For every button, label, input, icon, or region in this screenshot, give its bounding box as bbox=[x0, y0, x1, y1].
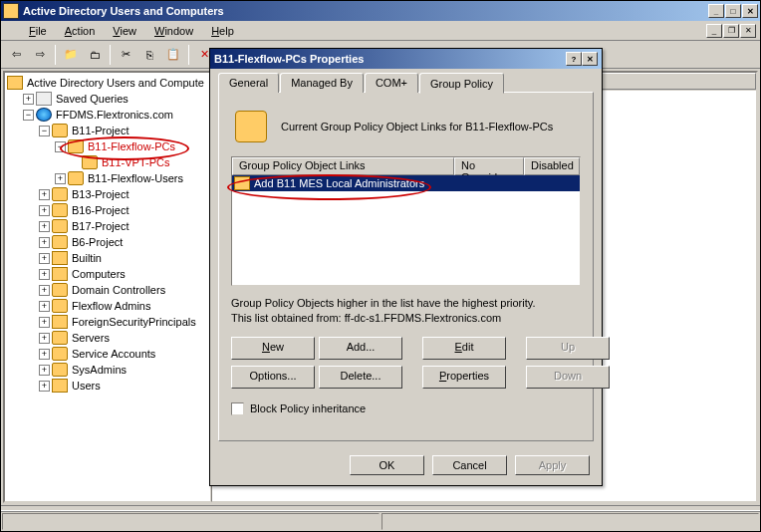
menu-action[interactable]: Action bbox=[57, 23, 104, 39]
tab-managed-by[interactable]: Managed By bbox=[280, 73, 364, 93]
dialog-title: B11-Flexflow-PCs Properties bbox=[214, 53, 566, 65]
tree-computers[interactable]: +Computers bbox=[39, 266, 208, 282]
window-title: Active Directory Users and Computers bbox=[23, 5, 708, 17]
maximize-button[interactable]: □ bbox=[725, 4, 741, 18]
menu-file[interactable]: File bbox=[21, 23, 55, 39]
window-controls: _ □ ✕ bbox=[708, 4, 758, 18]
tree-b17-project[interactable]: +B17-Project bbox=[39, 218, 208, 234]
expander-icon[interactable]: + bbox=[39, 317, 50, 328]
tree-sysadmins[interactable]: +SysAdmins bbox=[39, 362, 208, 378]
gpo-list-body: Add B11 MES Local Administrators bbox=[232, 175, 580, 285]
block-inheritance-row[interactable]: Block Policy inheritance bbox=[231, 402, 581, 415]
menu-view[interactable]: View bbox=[105, 23, 144, 39]
copy-button[interactable]: ⎘ bbox=[138, 44, 160, 66]
close-button[interactable]: ✕ bbox=[742, 4, 758, 18]
show-hide-button[interactable]: 🗀 bbox=[84, 44, 106, 66]
expander-icon[interactable]: + bbox=[39, 301, 50, 312]
up-button: Up bbox=[526, 337, 610, 360]
delete-button[interactable]: Delete... bbox=[319, 366, 402, 389]
expander-icon[interactable]: − bbox=[23, 110, 34, 121]
expander-icon[interactable]: + bbox=[55, 173, 66, 184]
paste-button[interactable]: 📋 bbox=[162, 44, 184, 66]
mdi-close-button[interactable]: ✕ bbox=[740, 24, 756, 38]
expander-icon[interactable]: − bbox=[39, 126, 50, 136]
tree-builtin[interactable]: +Builtin bbox=[39, 250, 208, 266]
tree-fsp[interactable]: +ForeignSecurityPrincipals bbox=[39, 314, 208, 330]
menu-help[interactable]: Help bbox=[203, 23, 242, 39]
expander-icon[interactable]: + bbox=[39, 349, 50, 360]
ou-icon bbox=[52, 124, 68, 137]
cut-button[interactable]: ✂ bbox=[115, 44, 136, 66]
tree-b11-flexflow-users[interactable]: + B11-Flexflow-Users bbox=[55, 170, 208, 186]
menu-window[interactable]: Window bbox=[146, 23, 201, 39]
tree-domain[interactable]: − FFDMS.Flextronics.com bbox=[23, 107, 208, 123]
ok-button[interactable]: OK bbox=[350, 455, 424, 475]
tree-servers[interactable]: +Servers bbox=[39, 330, 208, 346]
add-button[interactable]: Add... bbox=[319, 337, 402, 360]
col-gpo-links[interactable]: Group Policy Object Links bbox=[232, 157, 454, 175]
new-button[interactable]: New bbox=[231, 337, 315, 360]
minimize-button[interactable]: _ bbox=[708, 4, 724, 18]
dialog-titlebar: B11-Flexflow-PCs Properties ? ✕ bbox=[210, 49, 602, 69]
expander-icon[interactable]: + bbox=[39, 381, 50, 392]
tree-domain-controllers[interactable]: +Domain Controllers bbox=[39, 282, 208, 298]
cancel-button[interactable]: Cancel bbox=[432, 455, 507, 475]
expander-icon[interactable]: − bbox=[55, 141, 66, 152]
ou-icon bbox=[52, 299, 68, 313]
ou-icon bbox=[68, 171, 84, 185]
tab-complus[interactable]: COM+ bbox=[365, 73, 418, 93]
tree-b16-project[interactable]: +B16-Project bbox=[39, 202, 208, 218]
tree-b13-project[interactable]: +B13-Project bbox=[39, 186, 208, 202]
block-inheritance-checkbox[interactable] bbox=[231, 402, 244, 415]
expander-icon[interactable]: + bbox=[39, 269, 50, 280]
col-no-override[interactable]: No Override bbox=[454, 157, 524, 175]
tree-saved-queries[interactable]: + Saved Queries bbox=[23, 91, 208, 107]
button-grid: New Add... Edit Up Options... Delete... … bbox=[231, 337, 581, 389]
gpo-list-header: Group Policy Object Links No Override Di… bbox=[232, 157, 580, 175]
down-button: Down bbox=[526, 366, 610, 389]
domain-icon bbox=[36, 108, 52, 122]
status-cell bbox=[381, 513, 759, 530]
expander-icon[interactable]: + bbox=[23, 94, 34, 105]
priority-text: Group Policy Objects higher in the list … bbox=[231, 296, 581, 327]
tree-flexflow-admins[interactable]: +Flexflow Admins bbox=[39, 298, 208, 314]
dialog-close-button[interactable]: ✕ bbox=[582, 52, 598, 66]
back-button[interactable]: ⇦ bbox=[5, 44, 27, 66]
titlebar: Active Directory Users and Computers _ □… bbox=[1, 1, 760, 21]
options-button[interactable]: Options... bbox=[231, 366, 315, 389]
ou-icon bbox=[82, 155, 98, 169]
folder-icon bbox=[52, 267, 68, 281]
expander-icon[interactable]: + bbox=[39, 237, 50, 248]
tree-b11-flexflow-pcs[interactable]: − B11-Flexflow-PCs bbox=[55, 138, 208, 154]
tab-group-policy[interactable]: Group Policy bbox=[419, 73, 504, 94]
tree-users[interactable]: +Users bbox=[39, 378, 208, 394]
expander-icon[interactable]: + bbox=[39, 333, 50, 344]
expander-icon[interactable]: + bbox=[39, 221, 50, 232]
expander-icon[interactable]: + bbox=[39, 285, 50, 296]
properties-button[interactable]: Properties bbox=[422, 366, 506, 389]
tree-b11-vpt-pcs[interactable]: B11-VPT-PCs bbox=[71, 154, 208, 170]
tree-b6-project[interactable]: +B6-Project bbox=[39, 234, 208, 250]
gpo-links-list[interactable]: Group Policy Object Links No Override Di… bbox=[231, 156, 581, 286]
edit-button[interactable]: Edit bbox=[422, 337, 506, 360]
aduc-icon bbox=[7, 76, 23, 90]
mdi-restore-button[interactable]: ❐ bbox=[723, 24, 739, 38]
tab-general[interactable]: General bbox=[218, 73, 279, 93]
mdi-minimize-button[interactable]: _ bbox=[706, 24, 722, 38]
expander-icon[interactable]: + bbox=[39, 205, 50, 216]
expander-icon[interactable]: + bbox=[39, 365, 50, 376]
up-button[interactable]: 📁 bbox=[60, 44, 82, 66]
col-disabled[interactable]: Disabled bbox=[524, 157, 580, 175]
gpo-icon bbox=[235, 111, 267, 142]
tree-panel[interactable]: Active Directory Users and Compute + Sav… bbox=[4, 72, 211, 502]
tree-b11-project[interactable]: − B11-Project bbox=[39, 123, 208, 138]
expander-icon[interactable]: + bbox=[39, 189, 50, 200]
folder-icon bbox=[36, 92, 52, 106]
gpo-link-item[interactable]: Add B11 MES Local Administrators bbox=[232, 175, 580, 191]
forward-button[interactable]: ⇨ bbox=[29, 44, 51, 66]
tree-service-accounts[interactable]: +Service Accounts bbox=[39, 346, 208, 362]
tab-strip: General Managed By COM+ Group Policy bbox=[218, 73, 594, 93]
expander-icon[interactable]: + bbox=[39, 253, 50, 264]
tree-root[interactable]: Active Directory Users and Compute bbox=[7, 75, 208, 91]
dialog-help-button[interactable]: ? bbox=[566, 52, 582, 66]
